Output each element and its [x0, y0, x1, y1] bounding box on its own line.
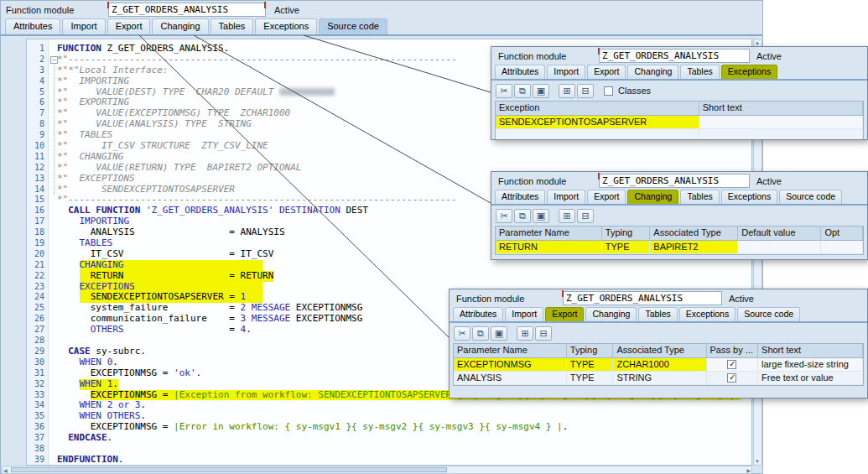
insert-row-icon[interactable]: ⊞	[517, 326, 533, 341]
pass-value-checkbox[interactable]	[727, 373, 736, 383]
code-line-39[interactable]: ENDFUNCTION.	[57, 455, 751, 465]
tab-attributes[interactable]: Attributes	[495, 65, 545, 79]
tab-attributes[interactable]: Attributes	[5, 18, 60, 34]
tab-export[interactable]: Export	[107, 18, 151, 34]
function-module-field[interactable]	[108, 3, 266, 17]
copy-icon[interactable]: ⧉	[514, 209, 531, 223]
cut-icon[interactable]: ✂	[496, 209, 512, 223]
function-module-field[interactable]	[599, 174, 750, 188]
column-header-exception[interactable]: Exception	[496, 102, 699, 115]
code-line-36[interactable]: EXCEPTIONMSG = |Error in workflow: { sy-…	[57, 422, 751, 433]
tab-source-code[interactable]: Source code	[779, 190, 842, 204]
classes-checkbox[interactable]	[604, 86, 613, 96]
function-module-label: Function module	[456, 294, 524, 304]
table-row[interactable]: SENDEXCEPTIONTOSAPSERVER	[496, 116, 863, 129]
column-header-associated-type[interactable]: Associated Type	[613, 344, 706, 357]
delete-row-icon[interactable]: ⊟	[535, 326, 552, 341]
tab-import[interactable]: Import	[505, 307, 543, 321]
tab-changing[interactable]: Changing	[585, 307, 637, 321]
code-line-10[interactable]: *" IT_CSV STRUCTURE ZTY_CSV_LINE	[57, 141, 751, 152]
tab-tables[interactable]: Tables	[680, 190, 719, 204]
line-number: 7	[27, 108, 48, 119]
column-header-short-text[interactable]: Short text	[758, 344, 863, 357]
code-line-22[interactable]: RETURN = RETURN	[57, 271, 751, 282]
tab-changing[interactable]: Changing	[627, 190, 678, 204]
tab-attributes[interactable]: Attributes	[495, 190, 545, 204]
tab-tables[interactable]: Tables	[680, 65, 719, 79]
code-line-38[interactable]	[57, 444, 751, 455]
tab-export[interactable]: Export	[587, 190, 626, 204]
parameters-table: Parameter NameTypingAssociated TypePass …	[453, 343, 864, 386]
paste-icon[interactable]: ▣	[533, 209, 549, 223]
insert-row-icon[interactable]: ⊞	[559, 209, 575, 223]
scroll-left-icon[interactable]: ◀	[3, 467, 8, 473]
delete-row-icon[interactable]: ⊟	[577, 209, 594, 223]
tab-attributes[interactable]: Attributes	[453, 307, 503, 321]
horizontal-scrollbar[interactable]: ◀ ▶	[2, 466, 752, 474]
table-cell: EXCEPTIONMSG	[454, 358, 567, 371]
scroll-right-icon[interactable]: ▶	[746, 467, 751, 473]
line-number: 11	[27, 152, 48, 163]
tab-exceptions[interactable]: Exceptions	[255, 18, 317, 34]
line-number-gutter: 1234567891011121314151617181920212223242…	[27, 39, 49, 465]
column-header-parameter-name[interactable]: Parameter Name	[496, 227, 602, 240]
paste-icon[interactable]: ▣	[491, 326, 507, 341]
function-module-field[interactable]	[563, 291, 722, 305]
line-number: 28	[27, 336, 48, 346]
table-row[interactable]: RETURNTYPEBAPIRET2	[496, 241, 863, 254]
tab-import[interactable]: Import	[62, 18, 105, 34]
horizontal-scroll-thumb[interactable]	[11, 467, 447, 472]
line-number: 18	[27, 227, 48, 238]
line-number: 6	[27, 97, 48, 108]
column-header-typing[interactable]: Typing	[602, 227, 651, 240]
tab-import[interactable]: Import	[547, 190, 585, 204]
line-number: 35	[27, 411, 48, 422]
table-row[interactable]	[496, 129, 863, 140]
column-header-default-value[interactable]: Default value	[738, 227, 821, 240]
tab-exceptions[interactable]: Exceptions	[721, 190, 777, 204]
column-header-typing[interactable]: Typing	[567, 344, 614, 357]
tab-exceptions[interactable]: Exceptions	[721, 65, 777, 79]
insert-row-icon[interactable]: ⊞	[559, 84, 575, 98]
code-line-37[interactable]: ENDCASE.	[57, 433, 751, 444]
tab-export[interactable]: Export	[545, 307, 584, 321]
copy-icon[interactable]: ⧉	[472, 326, 489, 341]
table-cell	[699, 116, 863, 128]
panel-header: Function moduleActive	[491, 47, 867, 65]
line-number: 31	[27, 368, 48, 379]
delete-row-icon[interactable]: ⊟	[577, 84, 594, 98]
header-bar: Function module Active	[1, 1, 762, 19]
cut-icon[interactable]: ✂	[496, 84, 512, 98]
tab-changing[interactable]: Changing	[627, 65, 678, 79]
tab-changing[interactable]: Changing	[152, 18, 208, 34]
cut-icon[interactable]: ✂	[454, 326, 470, 341]
table-row[interactable]: EXCEPTIONMSGTYPEZCHAR1000large fixed-siz…	[454, 358, 863, 372]
table-cell: SENDEXCEPTIONTOSAPSERVER	[496, 116, 699, 128]
table-cell: ZCHAR1000	[613, 358, 706, 371]
status-active: Active	[756, 51, 782, 61]
tab-tables[interactable]: Tables	[211, 18, 254, 34]
overlay-exceptions: Function moduleActiveAttributesImportExp…	[491, 46, 868, 140]
function-module-field[interactable]	[599, 49, 750, 63]
field-cursor-mark	[562, 290, 564, 297]
scroll-up-icon[interactable]: ▲	[755, 40, 760, 45]
column-header-short-text[interactable]: Short text	[699, 102, 863, 115]
tab-exceptions[interactable]: Exceptions	[679, 307, 735, 321]
column-header-associated-type[interactable]: Associated Type	[650, 227, 738, 240]
panel-toolbar: ✂⧉▣⊞⊟	[491, 206, 867, 226]
column-header-opt[interactable]: Opt	[821, 227, 863, 240]
tab-export[interactable]: Export	[587, 65, 626, 79]
table-row[interactable]: ANALYSISTYPESTRINGFree text or value	[454, 372, 863, 385]
column-header-parameter-name[interactable]: Parameter Name	[454, 344, 567, 357]
scroll-down-icon[interactable]: ▼	[755, 459, 760, 464]
code-line-34[interactable]: WHEN 2 or 3.	[57, 400, 751, 411]
tab-source-code[interactable]: Source code	[319, 18, 387, 34]
tab-source-code[interactable]: Source code	[737, 307, 800, 321]
status-active: Active	[274, 5, 299, 15]
column-header-pass-by-[interactable]: Pass by ...	[707, 344, 759, 357]
pass-value-checkbox[interactable]	[727, 360, 736, 369]
paste-icon[interactable]: ▣	[533, 84, 549, 98]
tab-tables[interactable]: Tables	[638, 307, 677, 321]
tab-import[interactable]: Import	[547, 65, 585, 79]
copy-icon[interactable]: ⧉	[514, 84, 531, 98]
